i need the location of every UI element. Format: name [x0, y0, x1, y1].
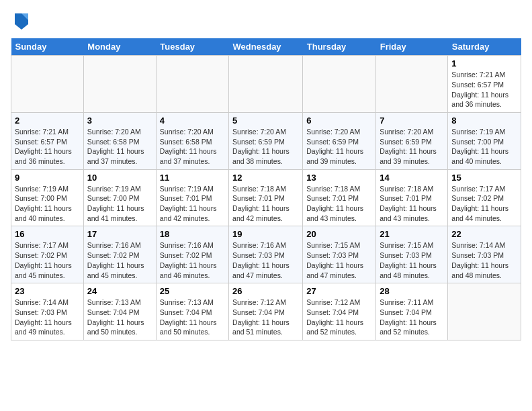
day-number: 16	[15, 229, 80, 239]
day-number: 12	[232, 173, 299, 183]
logo-icon	[12, 11, 31, 30]
weekday-header-saturday: Saturday	[448, 38, 521, 56]
day-info: Sunrise: 7:16 AM Sunset: 7:03 PM Dayligh…	[232, 240, 299, 280]
day-info: Sunrise: 7:17 AM Sunset: 7:02 PM Dayligh…	[15, 240, 80, 280]
day-info: Sunrise: 7:19 AM Sunset: 7:01 PM Dayligh…	[160, 184, 225, 224]
day-number: 5	[232, 116, 299, 126]
calendar-cell: 16Sunrise: 7:17 AM Sunset: 7:02 PM Dayli…	[11, 226, 84, 283]
calendar-cell: 28Sunrise: 7:11 AM Sunset: 7:04 PM Dayli…	[376, 283, 448, 340]
header-row: SundayMondayTuesdayWednesdayThursdayFrid…	[11, 38, 521, 56]
day-info: Sunrise: 7:19 AM Sunset: 7:00 PM Dayligh…	[15, 184, 80, 224]
calendar-cell: 12Sunrise: 7:18 AM Sunset: 7:01 PM Dayli…	[229, 169, 303, 226]
calendar-cell: 25Sunrise: 7:13 AM Sunset: 7:04 PM Dayli…	[156, 283, 228, 340]
calendar-cell: 7Sunrise: 7:20 AM Sunset: 6:59 PM Daylig…	[376, 112, 448, 169]
day-info: Sunrise: 7:18 AM Sunset: 7:01 PM Dayligh…	[306, 184, 372, 224]
day-info: Sunrise: 7:20 AM Sunset: 6:58 PM Dayligh…	[160, 127, 225, 167]
day-info: Sunrise: 7:12 AM Sunset: 7:04 PM Dayligh…	[232, 298, 299, 337]
page-header	[11, 11, 521, 33]
calendar-cell	[229, 56, 303, 113]
weekday-header-wednesday: Wednesday	[229, 38, 303, 56]
calendar-cell: 11Sunrise: 7:19 AM Sunset: 7:01 PM Dayli…	[156, 169, 228, 226]
day-info: Sunrise: 7:19 AM Sunset: 7:00 PM Dayligh…	[451, 127, 517, 167]
calendar-cell: 4Sunrise: 7:20 AM Sunset: 6:58 PM Daylig…	[156, 112, 228, 169]
calendar-cell: 24Sunrise: 7:13 AM Sunset: 7:04 PM Dayli…	[83, 283, 156, 340]
day-info: Sunrise: 7:16 AM Sunset: 7:02 PM Dayligh…	[87, 240, 152, 280]
calendar-cell: 22Sunrise: 7:14 AM Sunset: 7:03 PM Dayli…	[448, 226, 521, 283]
day-number: 11	[160, 173, 225, 183]
calendar-cell: 2Sunrise: 7:21 AM Sunset: 6:57 PM Daylig…	[11, 112, 84, 169]
day-number: 17	[87, 229, 152, 239]
day-number: 15	[451, 173, 517, 183]
day-info: Sunrise: 7:13 AM Sunset: 7:04 PM Dayligh…	[160, 298, 225, 337]
calendar-cell: 14Sunrise: 7:18 AM Sunset: 7:01 PM Dayli…	[376, 169, 448, 226]
day-number: 18	[160, 229, 225, 239]
calendar-cell: 15Sunrise: 7:17 AM Sunset: 7:02 PM Dayli…	[448, 169, 521, 226]
day-number: 28	[380, 286, 444, 296]
weekday-header-thursday: Thursday	[303, 38, 376, 56]
calendar-cell: 5Sunrise: 7:20 AM Sunset: 6:59 PM Daylig…	[229, 112, 303, 169]
day-number: 14	[380, 173, 444, 183]
calendar-cell: 13Sunrise: 7:18 AM Sunset: 7:01 PM Dayli…	[303, 169, 376, 226]
calendar-cell: 3Sunrise: 7:20 AM Sunset: 6:58 PM Daylig…	[83, 112, 156, 169]
day-number: 22	[451, 229, 517, 239]
day-number: 21	[380, 229, 444, 239]
day-info: Sunrise: 7:14 AM Sunset: 7:03 PM Dayligh…	[451, 240, 517, 280]
calendar-week-1: 1Sunrise: 7:21 AM Sunset: 6:57 PM Daylig…	[11, 56, 521, 113]
day-info: Sunrise: 7:19 AM Sunset: 7:00 PM Dayligh…	[87, 184, 152, 224]
calendar-cell: 1Sunrise: 7:21 AM Sunset: 6:57 PM Daylig…	[448, 56, 521, 113]
day-info: Sunrise: 7:20 AM Sunset: 6:59 PM Dayligh…	[306, 127, 372, 167]
day-number: 9	[15, 173, 80, 183]
day-info: Sunrise: 7:20 AM Sunset: 6:58 PM Dayligh…	[87, 127, 152, 167]
day-number: 27	[306, 286, 372, 296]
weekday-header-monday: Monday	[83, 38, 156, 56]
calendar-week-3: 9Sunrise: 7:19 AM Sunset: 7:00 PM Daylig…	[11, 169, 521, 226]
calendar-cell: 18Sunrise: 7:16 AM Sunset: 7:02 PM Dayli…	[156, 226, 228, 283]
day-number: 1	[451, 58, 517, 68]
weekday-header-tuesday: Tuesday	[156, 38, 228, 56]
calendar-cell	[448, 283, 521, 340]
day-info: Sunrise: 7:21 AM Sunset: 6:57 PM Dayligh…	[451, 70, 517, 109]
day-number: 10	[87, 173, 152, 183]
calendar-cell: 10Sunrise: 7:19 AM Sunset: 7:00 PM Dayli…	[83, 169, 156, 226]
day-info: Sunrise: 7:18 AM Sunset: 7:01 PM Dayligh…	[232, 184, 299, 224]
day-info: Sunrise: 7:20 AM Sunset: 6:59 PM Dayligh…	[380, 127, 444, 167]
calendar-cell: 9Sunrise: 7:19 AM Sunset: 7:00 PM Daylig…	[11, 169, 84, 226]
day-info: Sunrise: 7:14 AM Sunset: 7:03 PM Dayligh…	[15, 298, 80, 337]
day-number: 26	[232, 286, 299, 296]
calendar-cell: 8Sunrise: 7:19 AM Sunset: 7:00 PM Daylig…	[448, 112, 521, 169]
day-number: 4	[160, 116, 225, 126]
calendar-table: SundayMondayTuesdayWednesdayThursdayFrid…	[11, 38, 521, 340]
day-number: 19	[232, 229, 299, 239]
day-number: 2	[15, 116, 80, 126]
calendar-cell: 27Sunrise: 7:12 AM Sunset: 7:04 PM Dayli…	[303, 283, 376, 340]
calendar-cell	[156, 56, 228, 113]
calendar-week-4: 16Sunrise: 7:17 AM Sunset: 7:02 PM Dayli…	[11, 226, 521, 283]
day-number: 25	[160, 286, 225, 296]
day-info: Sunrise: 7:16 AM Sunset: 7:02 PM Dayligh…	[160, 240, 225, 280]
calendar-cell: 23Sunrise: 7:14 AM Sunset: 7:03 PM Dayli…	[11, 283, 84, 340]
day-number: 23	[15, 286, 80, 296]
calendar-cell: 6Sunrise: 7:20 AM Sunset: 6:59 PM Daylig…	[303, 112, 376, 169]
logo	[11, 11, 31, 33]
calendar-week-5: 23Sunrise: 7:14 AM Sunset: 7:03 PM Dayli…	[11, 283, 521, 340]
day-info: Sunrise: 7:15 AM Sunset: 7:03 PM Dayligh…	[380, 240, 444, 280]
day-number: 20	[306, 229, 372, 239]
day-info: Sunrise: 7:20 AM Sunset: 6:59 PM Dayligh…	[232, 127, 299, 167]
day-info: Sunrise: 7:12 AM Sunset: 7:04 PM Dayligh…	[306, 298, 372, 337]
day-number: 13	[306, 173, 372, 183]
day-number: 8	[451, 116, 517, 126]
calendar-cell	[376, 56, 448, 113]
day-info: Sunrise: 7:11 AM Sunset: 7:04 PM Dayligh…	[380, 298, 444, 337]
weekday-header-sunday: Sunday	[11, 38, 84, 56]
day-number: 7	[380, 116, 444, 126]
day-info: Sunrise: 7:13 AM Sunset: 7:04 PM Dayligh…	[87, 298, 152, 337]
calendar-cell	[11, 56, 84, 113]
calendar-cell: 20Sunrise: 7:15 AM Sunset: 7:03 PM Dayli…	[303, 226, 376, 283]
day-info: Sunrise: 7:18 AM Sunset: 7:01 PM Dayligh…	[380, 184, 444, 224]
calendar-cell	[303, 56, 376, 113]
day-info: Sunrise: 7:15 AM Sunset: 7:03 PM Dayligh…	[306, 240, 372, 280]
day-number: 24	[87, 286, 152, 296]
day-number: 3	[87, 116, 152, 126]
calendar-cell: 21Sunrise: 7:15 AM Sunset: 7:03 PM Dayli…	[376, 226, 448, 283]
day-number: 6	[306, 116, 372, 126]
